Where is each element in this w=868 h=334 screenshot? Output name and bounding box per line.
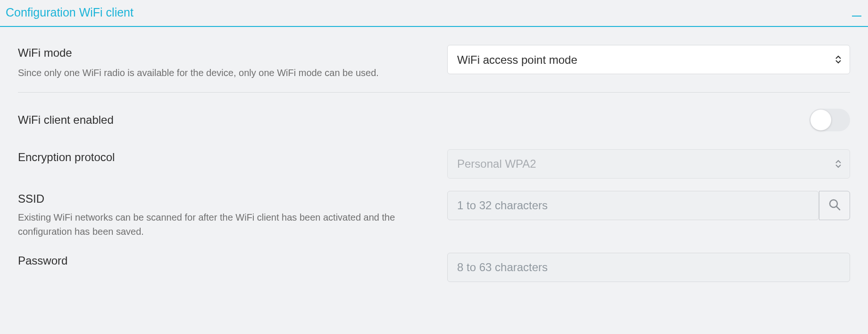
- wifi-client-enabled-control: [810, 109, 850, 131]
- ssid-help: Existing WiFi networks can be scanned fo…: [18, 210, 395, 239]
- wifi-mode-select[interactable]: WiFi access point mode: [447, 45, 850, 74]
- row-encryption-protocol: Encryption protocol Personal WPA2: [18, 149, 850, 179]
- wifi-mode-label: WiFi mode: [18, 45, 433, 61]
- ssid-input[interactable]: [447, 191, 819, 220]
- encryption-label: Encryption protocol: [18, 149, 433, 165]
- password-label: Password: [18, 253, 433, 269]
- search-icon: [828, 198, 841, 213]
- wifi-mode-control: WiFi access point mode: [447, 45, 850, 74]
- section-divider: [18, 92, 850, 93]
- encryption-select-wrap: Personal WPA2: [447, 149, 850, 179]
- password-input[interactable]: [447, 253, 850, 282]
- panel-header: Configuration WiFi client: [0, 0, 868, 27]
- password-left: Password: [18, 253, 447, 269]
- encryption-control: Personal WPA2: [447, 149, 850, 179]
- wifi-client-enabled-left: WiFi client enabled: [18, 112, 810, 128]
- wifi-mode-select-wrap: WiFi access point mode: [447, 45, 850, 74]
- ssid-scan-button[interactable]: [819, 191, 850, 220]
- ssid-control: [447, 191, 850, 220]
- row-password: Password: [18, 253, 850, 282]
- row-wifi-client-enabled: WiFi client enabled: [18, 109, 850, 131]
- panel-title: Configuration WiFi client: [6, 6, 134, 19]
- row-wifi-mode: WiFi mode Since only one WiFi radio is a…: [18, 45, 850, 80]
- ssid-label: SSID: [18, 191, 433, 207]
- svg-line-2: [836, 206, 840, 210]
- wifi-mode-help: Since only one WiFi radio is available f…: [18, 66, 433, 80]
- wifi-client-enabled-label: WiFi client enabled: [18, 112, 795, 128]
- wifi-mode-left: WiFi mode Since only one WiFi radio is a…: [18, 45, 447, 80]
- encryption-left: Encryption protocol: [18, 149, 447, 165]
- toggle-knob: [810, 110, 831, 130]
- encryption-select: Personal WPA2: [447, 149, 850, 179]
- collapse-button[interactable]: [851, 6, 862, 19]
- row-ssid: SSID Existing WiFi networks can be scann…: [18, 191, 850, 239]
- svg-rect-0: [852, 16, 861, 17]
- panel-body: WiFi mode Since only one WiFi radio is a…: [0, 27, 868, 304]
- ssid-left: SSID Existing WiFi networks can be scann…: [18, 191, 447, 239]
- wifi-client-enabled-toggle[interactable]: [810, 109, 850, 131]
- password-control: [447, 253, 850, 282]
